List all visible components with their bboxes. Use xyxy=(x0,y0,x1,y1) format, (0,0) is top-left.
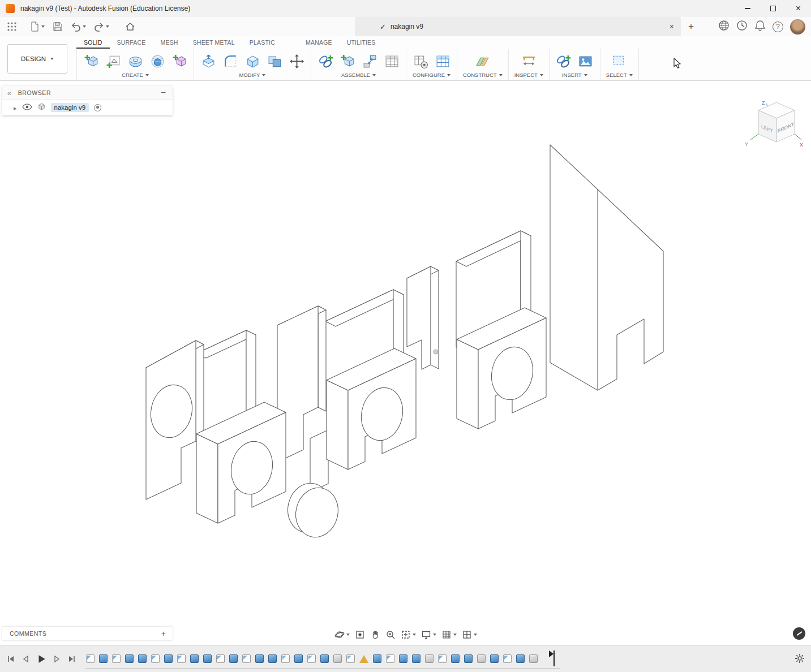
help-icon[interactable] xyxy=(773,21,783,32)
timeline-feature-icon[interactable] xyxy=(138,654,147,663)
timeline-sketch-icon[interactable] xyxy=(346,654,355,663)
workspace-selector[interactable]: DESIGN xyxy=(7,44,67,74)
select-group-dropdown[interactable]: SELECT xyxy=(606,72,633,78)
save-button[interactable] xyxy=(50,19,65,34)
assemble-group-dropdown[interactable]: ASSEMBLE xyxy=(341,72,376,78)
tab-manage[interactable]: MANAGE xyxy=(298,36,340,49)
configure-group-dropdown[interactable]: CONFIGURE xyxy=(413,72,450,78)
timeline-modify-icon[interactable] xyxy=(529,654,538,663)
timeline-settings-gear-icon[interactable] xyxy=(794,653,805,666)
collapse-panel-icon[interactable] xyxy=(7,88,11,98)
new-component-icon[interactable] xyxy=(83,53,100,70)
tab-surface[interactable]: SURFACE xyxy=(110,36,153,49)
create-group-dropdown[interactable]: CREATE xyxy=(122,72,149,78)
capsule-module-1[interactable] xyxy=(146,330,286,523)
maximize-button[interactable] xyxy=(760,0,786,17)
tab-solid[interactable]: SOLID xyxy=(76,36,110,49)
timeline-sketch-icon[interactable] xyxy=(438,654,447,663)
fit-view-button[interactable] xyxy=(401,630,416,640)
new-tab-button[interactable] xyxy=(688,17,694,36)
timeline-feature-icon[interactable] xyxy=(294,654,303,663)
joint-icon[interactable] xyxy=(361,53,378,70)
timeline-feature-icon[interactable] xyxy=(203,654,212,663)
move-icon[interactable] xyxy=(288,53,305,70)
file-menu-button[interactable] xyxy=(27,19,47,34)
timeline-feature-icon[interactable] xyxy=(412,654,420,663)
browser-item-label[interactable]: nakagin v9 xyxy=(51,103,89,112)
browser-root-row[interactable]: nakagin v9 xyxy=(2,100,173,115)
construct-group-dropdown[interactable]: CONSTRUCT xyxy=(463,72,503,78)
timeline-sketch-icon[interactable] xyxy=(307,654,316,663)
comments-bar[interactable]: COMMENTS xyxy=(2,627,173,640)
modify-group-dropdown[interactable]: MODIFY xyxy=(239,72,266,78)
redo-button[interactable] xyxy=(92,19,111,34)
undo-button[interactable] xyxy=(68,19,88,34)
combine-icon[interactable] xyxy=(266,53,283,70)
timeline-playhead[interactable] xyxy=(553,651,555,666)
bom-table-icon[interactable] xyxy=(383,53,400,70)
new-component-assemble-icon[interactable] xyxy=(339,53,356,70)
timeline-scrub-track[interactable] xyxy=(85,668,560,669)
revolve-icon[interactable] xyxy=(127,53,144,70)
tab-sheet-metal[interactable]: SHEET METAL xyxy=(186,36,242,49)
play-button[interactable] xyxy=(36,654,46,664)
timeline-feature-icon[interactable] xyxy=(190,654,199,663)
timeline-feature-icon[interactable] xyxy=(255,654,264,663)
construct-plane-icon[interactable] xyxy=(474,53,491,70)
timeline-sketch-icon[interactable] xyxy=(242,654,251,663)
timeline-feature-icon[interactable] xyxy=(320,654,329,663)
status-badge[interactable] xyxy=(793,627,805,640)
tab-mesh[interactable]: MESH xyxy=(153,36,186,49)
job-status-icon[interactable] xyxy=(736,20,748,33)
extensions-globe-icon[interactable] xyxy=(718,20,730,33)
timeline-sketch-icon[interactable] xyxy=(86,654,95,663)
avatar[interactable] xyxy=(790,19,805,35)
zoom-button[interactable] xyxy=(385,630,396,640)
pan-hand-button[interactable] xyxy=(370,630,380,640)
timeline-feature-icon[interactable] xyxy=(451,654,460,663)
timeline-sketch-icon[interactable] xyxy=(281,654,290,663)
insert-derive-icon[interactable] xyxy=(317,53,334,70)
fillet-icon[interactable] xyxy=(222,53,239,70)
timeline-warning-icon[interactable] xyxy=(359,655,368,663)
timeline-feature-icon[interactable] xyxy=(229,654,238,663)
timeline-feature-icon[interactable] xyxy=(464,654,473,663)
home-button[interactable] xyxy=(123,19,138,34)
create-form-icon[interactable] xyxy=(171,53,188,70)
configuration-table-icon[interactable] xyxy=(434,53,451,70)
timeline-sketch-icon[interactable] xyxy=(503,654,512,663)
timeline-sketch-icon[interactable] xyxy=(386,654,394,663)
skip-to-start-button[interactable] xyxy=(6,654,16,664)
timeline-feature-icon[interactable] xyxy=(99,654,108,663)
origin-point[interactable] xyxy=(434,350,438,354)
timeline-sketch-icon[interactable] xyxy=(177,654,186,663)
step-forward-button[interactable] xyxy=(52,654,62,664)
timeline-feature-icon[interactable] xyxy=(268,654,277,663)
tab-utilities[interactable]: UTILITIES xyxy=(340,36,383,49)
measure-icon[interactable] xyxy=(520,53,537,70)
step-back-button[interactable] xyxy=(21,654,31,664)
timeline-sketch-icon[interactable] xyxy=(216,654,225,663)
timeline-feature-icon[interactable] xyxy=(125,654,134,663)
look-at-button[interactable] xyxy=(355,630,365,640)
inspect-group-dropdown[interactable]: INSPECT xyxy=(514,72,543,78)
configure-icon[interactable] xyxy=(412,53,429,70)
timeline-modify-icon[interactable] xyxy=(477,654,486,663)
activate-component-radio[interactable] xyxy=(94,104,101,111)
notifications-bell-icon[interactable] xyxy=(754,20,766,33)
close-button[interactable] xyxy=(786,0,811,17)
minimize-button[interactable] xyxy=(735,0,760,17)
model-3d[interactable] xyxy=(0,81,811,645)
visibility-eye-icon[interactable] xyxy=(22,102,32,113)
shell-icon[interactable] xyxy=(244,53,261,70)
create-sketch-icon[interactable] xyxy=(105,53,122,70)
close-tab-icon[interactable] xyxy=(670,22,674,31)
timeline-sketch-icon[interactable] xyxy=(151,654,160,663)
minimize-panel-icon[interactable] xyxy=(161,88,166,98)
tower-module[interactable] xyxy=(550,145,663,390)
expand-node-icon[interactable] xyxy=(14,102,17,113)
app-grid-icon[interactable] xyxy=(5,19,19,34)
timeline-feature-icon[interactable] xyxy=(164,654,173,663)
orbit-button[interactable] xyxy=(334,630,350,640)
timeline-feature-icon[interactable] xyxy=(373,654,381,663)
